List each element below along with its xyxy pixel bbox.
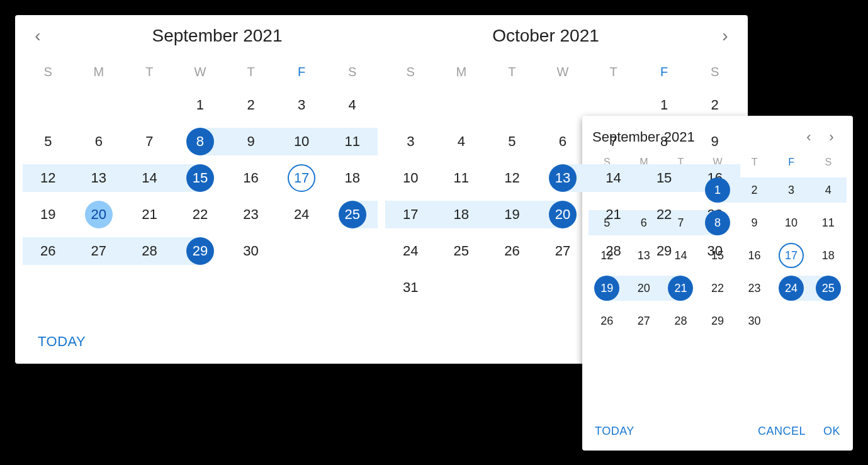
calendar-day[interactable]: 28: [668, 308, 693, 333]
calendar-day[interactable]: 29: [186, 237, 214, 265]
calendar-day[interactable]: 23: [237, 201, 265, 228]
calendar-day[interactable]: 12: [594, 243, 619, 268]
calendar-day[interactable]: 18: [448, 201, 475, 228]
calendar-day[interactable]: 28: [135, 237, 163, 265]
chevron-right-icon: ›: [829, 129, 833, 145]
calendar-day[interactable]: 7: [135, 128, 163, 155]
calendar-day[interactable]: 10: [397, 164, 424, 192]
calendar-day[interactable]: 19: [34, 201, 62, 228]
calendar-day[interactable]: 8: [650, 128, 678, 155]
calendar-day[interactable]: 16: [742, 243, 767, 268]
calendar-day[interactable]: 23: [742, 276, 767, 301]
calendar-day[interactable]: 27: [631, 308, 657, 333]
calendar-day[interactable]: 11: [448, 164, 475, 192]
calendar-day[interactable]: 15: [186, 164, 214, 192]
calendar-day[interactable]: 13: [549, 164, 577, 192]
calendar-day[interactable]: 18: [816, 243, 841, 268]
calendar-day[interactable]: 6: [85, 128, 113, 155]
calendar-day[interactable]: 17: [288, 164, 315, 192]
weekday-header: S: [327, 57, 378, 87]
calendar-day[interactable]: 14: [600, 164, 628, 192]
calendar-day[interactable]: 11: [816, 210, 841, 235]
calendar-day[interactable]: 10: [288, 128, 315, 155]
calendar-day[interactable]: 19: [594, 276, 619, 301]
calendar-day[interactable]: 8: [705, 210, 730, 235]
calendar-day[interactable]: 4: [339, 91, 366, 119]
calendar-day[interactable]: 4: [816, 177, 841, 203]
calendar-day[interactable]: 25: [448, 237, 475, 265]
calendar-day[interactable]: 1: [650, 91, 678, 119]
calendar-day[interactable]: 21: [135, 201, 163, 228]
calendar-day[interactable]: 31: [397, 274, 424, 301]
calendar-day[interactable]: 30: [237, 237, 265, 265]
calendar-day[interactable]: 2: [701, 91, 729, 119]
calendar-day[interactable]: 22: [705, 276, 730, 301]
calendar-day[interactable]: 27: [549, 237, 577, 265]
calendar-day[interactable]: 13: [85, 164, 113, 192]
calendar-day[interactable]: 8: [186, 128, 214, 155]
calendar-day[interactable]: 14: [668, 243, 693, 268]
calendar-day[interactable]: 26: [498, 237, 526, 265]
calendar-day[interactable]: 24: [397, 237, 424, 265]
calendar-day[interactable]: 30: [742, 308, 767, 333]
calendar-cell: 12: [23, 160, 74, 196]
calendar-day[interactable]: 19: [498, 201, 526, 228]
calendar-day[interactable]: 4: [448, 128, 475, 155]
calendar-cell: 3: [385, 123, 436, 160]
calendar-day[interactable]: 5: [34, 128, 62, 155]
calendar-day[interactable]: 13: [631, 243, 657, 268]
calendar-day[interactable]: 26: [594, 308, 619, 333]
calendar-day[interactable]: 12: [34, 164, 62, 192]
calendar-cell: 26: [487, 233, 538, 269]
calendar-day[interactable]: 17: [779, 243, 804, 268]
calendar-day[interactable]: 27: [85, 237, 113, 265]
ok-button[interactable]: OK: [823, 425, 840, 438]
calendar-day[interactable]: 7: [668, 210, 693, 235]
calendar-day[interactable]: 5: [498, 128, 526, 155]
calendar-day[interactable]: 9: [701, 128, 729, 155]
calendar-day[interactable]: 25: [816, 276, 841, 301]
calendar-cell: 28: [662, 305, 699, 337]
today-button[interactable]: TODAY: [38, 333, 86, 349]
calendar-day[interactable]: 3: [288, 91, 315, 119]
calendar-day[interactable]: 5: [594, 210, 619, 235]
calendar-day[interactable]: 10: [779, 210, 804, 235]
calendar-day[interactable]: 20: [631, 276, 657, 301]
cancel-button[interactable]: CANCEL: [758, 425, 806, 438]
calendar-day[interactable]: 21: [668, 276, 693, 301]
calendar-day[interactable]: 14: [135, 164, 163, 192]
calendar-day[interactable]: 18: [339, 164, 366, 192]
calendar-day[interactable]: 15: [705, 243, 730, 268]
calendar-day[interactable]: 16: [237, 164, 265, 192]
next-month-button[interactable]: ›: [710, 21, 740, 51]
calendar-day[interactable]: 2: [742, 177, 767, 203]
calendar-day[interactable]: 9: [742, 210, 767, 235]
calendar-day[interactable]: 20: [549, 201, 577, 228]
calendar-day[interactable]: 26: [34, 237, 62, 265]
calendar-day[interactable]: 1: [705, 177, 730, 203]
calendar-day[interactable]: 17: [397, 201, 424, 228]
calendar-day[interactable]: 24: [779, 276, 804, 301]
next-month-button[interactable]: ›: [820, 126, 843, 148]
calendar-day[interactable]: 7: [600, 128, 628, 155]
calendar-day[interactable]: 22: [186, 201, 214, 228]
calendar-day[interactable]: 9: [237, 128, 265, 155]
prev-month-button[interactable]: ‹: [23, 21, 53, 51]
weekday-header: M: [74, 57, 125, 87]
calendar-day[interactable]: 20: [85, 201, 113, 228]
calendar-day[interactable]: 11: [339, 128, 366, 155]
calendar-day[interactable]: 29: [705, 308, 730, 333]
prev-month-button[interactable]: ‹: [798, 126, 820, 148]
calendar-day[interactable]: 6: [631, 210, 657, 235]
calendar-day[interactable]: 12: [498, 164, 526, 192]
calendar-cell: 12: [487, 160, 538, 196]
calendar-day[interactable]: 1: [186, 91, 214, 119]
calendar-day[interactable]: 2: [237, 91, 265, 119]
calendar-day[interactable]: 3: [779, 177, 804, 203]
calendar-day[interactable]: 25: [339, 201, 366, 228]
today-button[interactable]: TODAY: [595, 425, 634, 438]
calendar-day[interactable]: 6: [549, 128, 577, 155]
calendar-day[interactable]: 3: [397, 128, 424, 155]
calendar-day[interactable]: 24: [288, 201, 315, 228]
calendar-day[interactable]: 15: [650, 164, 678, 192]
